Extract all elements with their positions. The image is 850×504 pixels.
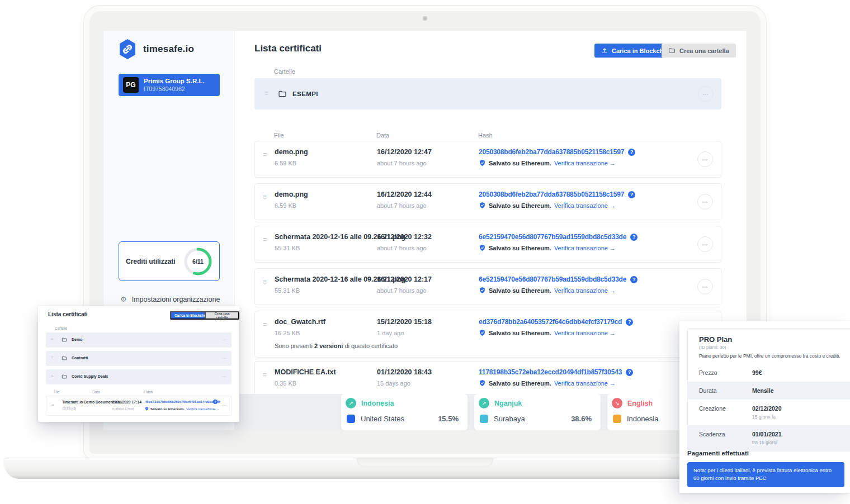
file-date-relative: 15 days ago (377, 380, 432, 387)
plan-row-value: Mensile (752, 387, 774, 394)
hash-link[interactable]: ed376d78bb2a64053572f64c6dbb4efcf37179cd (479, 318, 622, 326)
upload-icon (601, 47, 608, 54)
file-date-relative: about 7 hours ago (377, 202, 432, 209)
mini-folder-row-demo[interactable]: = Demo ••• (46, 332, 232, 348)
stat-label: English (627, 400, 653, 407)
saved-status: Salvato su Ethereum. (489, 287, 551, 294)
org-settings-label: Impostazioni organizzazione (132, 296, 220, 303)
drag-handle-icon[interactable]: = (263, 371, 267, 379)
folder-icon (62, 355, 67, 361)
plan-row-price: Prezzo 99€ (688, 364, 850, 382)
file-size: 6.59 KB (275, 160, 308, 167)
legend-swatch (613, 415, 621, 423)
row-menu-button[interactable]: ••• (697, 194, 713, 210)
help-icon[interactable]: ? (213, 400, 218, 404)
saved-status: Salvato su Ethereum. (489, 202, 551, 209)
invoice-note: Nota: per i clienti italiani, è prevista… (687, 462, 844, 487)
verify-transaction-link[interactable]: Verifica transazione → (186, 407, 220, 411)
file-date-relative: about 7 hours ago (377, 287, 432, 294)
mini-folder-menu-button[interactable]: ••• (222, 375, 226, 378)
saved-status: Salvato su Ethereum. (489, 160, 551, 167)
create-folder-button[interactable]: Crea una cartella (662, 44, 736, 58)
mini-folder-row-covid-supply-deals[interactable]: = Covid Supply Deals ••• (46, 369, 232, 384)
sidebar-item-org-settings[interactable]: ⚙ Impostazioni organizzazione (120, 295, 220, 303)
mini-column-header-file: File (54, 390, 59, 394)
drag-handle-icon[interactable]: = (263, 321, 267, 329)
credits-progress-ring: 6/11 (183, 247, 212, 276)
folder-menu-button[interactable]: ••• (698, 86, 714, 102)
hash-link[interactable]: 2050308bd6feb2ba77dda637885b0521158c1597 (479, 148, 624, 156)
mini-folder-menu-button[interactable]: ••• (222, 338, 226, 341)
mini-create-folder-button[interactable]: Crea una cartella (205, 311, 239, 320)
link-hexagon-icon (118, 39, 137, 60)
drag-handle-icon[interactable]: = (263, 236, 267, 244)
verify-transaction-link[interactable]: Verifica transazione → (554, 330, 616, 336)
drag-handle-icon[interactable]: = (51, 403, 54, 407)
plan-row-expiry: Scadenza 01/01/2021 tra 15 giorni (688, 425, 850, 451)
file-date-relative: about 7 hours ago (377, 245, 432, 251)
file-date: 16/12/2020 12:47 (377, 148, 432, 156)
plan-row-subvalue: 15 giorni fa (752, 414, 782, 420)
mini-hash-link[interactable]: 45ed73d97bbe86b260d75be6401bd14fd9bd8c6f (145, 400, 220, 403)
file-name: Schermata 2020-12-16 alle 09.26.21.png (275, 275, 372, 283)
saved-status: Salvato su Ethereum. (489, 380, 551, 387)
drag-handle-icon[interactable]: = (265, 89, 268, 97)
credits-label: Crediti utilizzati (126, 258, 183, 265)
stat-name: United States (361, 415, 432, 423)
drag-handle-icon[interactable]: = (263, 151, 267, 159)
mini-row-menu-button[interactable]: ••• (222, 403, 226, 407)
versions-note-suffix: di questo certificato (344, 343, 398, 349)
verify-transaction-link[interactable]: Verifica transazione → (554, 160, 616, 167)
folder-icon (62, 374, 67, 379)
plan-title: PRO Plan (699, 335, 850, 344)
folder-icon (62, 337, 67, 343)
plan-row-label: Creazione (699, 405, 752, 412)
folder-icon (668, 47, 676, 54)
hash-link[interactable]: 6e52159470e56d807767b59ad1559dbd8c5d33de (479, 233, 626, 241)
folder-name: ESEMPI (292, 91, 318, 97)
drag-handle-icon[interactable]: = (51, 337, 53, 341)
verify-transaction-link[interactable]: Verifica transazione → (554, 202, 616, 209)
trend-down-icon: ↘ (612, 398, 622, 408)
row-menu-button[interactable]: ••• (697, 236, 713, 252)
mini-folder-row-contratti[interactable]: = Contratti ••• (46, 351, 232, 366)
help-icon[interactable]: ? (626, 318, 633, 326)
file-size: 6.59 KB (275, 202, 308, 209)
help-icon[interactable]: ? (628, 191, 635, 198)
organization-card[interactable]: PG Primis Group S.R.L. IT09758040962 (119, 74, 220, 96)
stat-value: 38.6% (571, 415, 592, 423)
file-name: demo.png (275, 148, 308, 156)
drag-handle-icon[interactable]: = (263, 278, 267, 286)
verify-transaction-link[interactable]: Verifica transazione → (554, 380, 616, 387)
trend-up-icon: ↗ (479, 398, 489, 408)
shield-check-icon (479, 379, 486, 387)
drag-handle-icon[interactable]: = (51, 355, 53, 359)
hash-link[interactable]: 2050308bd6feb2ba77dda637885b0521158c1597 (479, 191, 624, 198)
page: timesafe.io PG Primis Group S.R.L. IT097… (0, 0, 850, 504)
drag-handle-icon[interactable]: = (51, 374, 53, 378)
table-row: = MODIFICHE EA.txt0.35 KB 01/12/2020 18:… (254, 361, 721, 398)
organization-vat: IT09758040962 (144, 85, 205, 93)
hash-link[interactable]: 1178198b35c72eba12eccd20494df1b857f30543 (479, 368, 622, 376)
help-icon[interactable]: ? (626, 369, 633, 376)
drag-handle-icon[interactable]: = (263, 193, 267, 201)
help-icon[interactable]: ? (628, 149, 635, 156)
hash-link[interactable]: 6e52159470e56d807767b59ad1559dbd8c5d33de (479, 275, 626, 283)
help-icon[interactable]: ? (630, 234, 638, 241)
row-menu-button[interactable]: ••• (697, 151, 713, 167)
help-icon[interactable]: ? (630, 276, 638, 283)
row-menu-button[interactable]: ••• (697, 279, 713, 294)
plan-row-label: Scadenza (699, 431, 752, 438)
legend-swatch (347, 415, 355, 423)
file-date: 01/12/2020 18:43 (377, 368, 432, 376)
stat-name: Indonesia (627, 415, 687, 423)
verify-transaction-link[interactable]: Verifica transazione → (554, 287, 616, 294)
folder-icon (278, 89, 287, 98)
plan-row-value: 01/01/2021 (752, 431, 782, 438)
folder-row-esempi[interactable]: = ESEMPI ••• (254, 78, 721, 110)
stat-name: Surabaya (494, 415, 565, 423)
verify-transaction-link[interactable]: Verifica transazione → (554, 245, 616, 251)
mini-folder-name: Covid Supply Deals (72, 374, 108, 378)
mini-folder-menu-button[interactable]: ••• (222, 356, 226, 360)
stat-card-city: ↗ Nganjuk Surabaya 38.6% (474, 394, 601, 430)
